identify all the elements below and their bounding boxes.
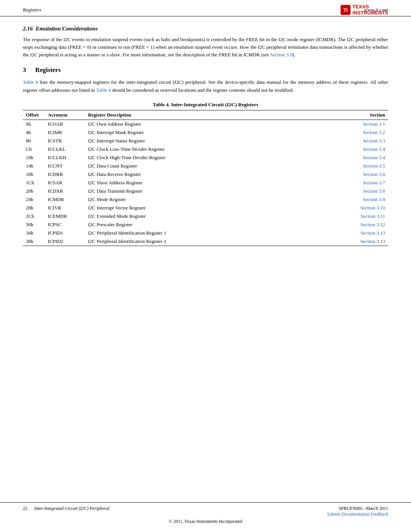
cell-acronym: ICOAR (45, 120, 85, 128)
cell-description: I2C Clock High-Time Divider Register (85, 153, 311, 162)
footer-top: 22 Inter-Integrated Circuit (I2C) Periph… (23, 506, 388, 517)
section-link[interactable]: Section 3.2 (363, 129, 386, 135)
ti-logo-text: Texas Instruments (352, 4, 388, 16)
submit-feedback-link[interactable]: Submit Documentation Feedback (327, 511, 388, 517)
cell-section[interactable]: Section 3.12 (311, 220, 388, 229)
table-row: 2ChICEMDRI2C Extended Mode RegisterSecti… (23, 212, 388, 220)
footer-page-number: 22 (23, 506, 27, 511)
table-row: 18hICDRRI2C Data Receive RegisterSection… (23, 170, 388, 179)
cell-description: I2C Data Transmit Register (85, 187, 311, 195)
cell-section[interactable]: Section 3.5 (311, 162, 388, 170)
cell-section[interactable]: Section 3.13 (311, 229, 388, 237)
registers-table: Offset Acronym Register Description Sect… (23, 110, 388, 246)
table-row: 38hICPID2I2C Peripheral Identification R… (23, 237, 388, 246)
cell-acronym: ICSTR (45, 137, 85, 145)
logo-area: TI Texas Instruments (340, 4, 388, 16)
cell-section[interactable]: Section 3.7 (311, 179, 388, 187)
page-footer: 22 Inter-Integrated Circuit (I2C) Periph… (0, 502, 411, 524)
cell-description: I2C Peripheral Identification Register 1 (85, 229, 311, 237)
section-link[interactable]: Section 3.4 (363, 155, 386, 160)
svg-text:TI: TI (344, 8, 348, 13)
cell-section[interactable]: Section 3.10 (311, 204, 388, 212)
table-row: ChICCLKLI2C Clock Low-Time Divider Regis… (23, 145, 388, 153)
cell-description: I2C Mode Register (85, 195, 311, 204)
cell-offset: 34h (23, 229, 45, 237)
cell-offset: 2Ch (23, 212, 45, 220)
section-link[interactable]: Section 3.13 (360, 238, 385, 244)
section-link[interactable]: Section 3.9 (363, 197, 386, 202)
cell-section[interactable]: Section 3.4 (311, 153, 388, 162)
section3-title: Registers (35, 66, 61, 74)
table-header-row: Offset Acronym Register Description Sect… (23, 110, 388, 120)
cell-offset: 38h (23, 237, 45, 246)
cell-section[interactable]: Section 3.13 (311, 237, 388, 246)
cell-offset: 20h (23, 187, 45, 195)
section-link[interactable]: Section 3.3 (363, 138, 386, 144)
page: TI Texas Instruments Registers www.ti.co… (0, 0, 411, 532)
section-link[interactable]: Section 3.12 (360, 222, 385, 227)
col-header-desc: Register Description (85, 110, 311, 120)
ti-logo: TI Texas Instruments (340, 4, 388, 16)
cell-description: I2C Slave Address Register (85, 179, 311, 187)
cell-description: I2C Extended Mode Register (85, 212, 311, 220)
cell-section[interactable]: Section 3.8 (311, 187, 388, 195)
cell-description: I2C Interrupt Vector Register (85, 204, 311, 212)
cell-offset: 8h (23, 137, 45, 145)
section-link[interactable]: Section 3.7 (363, 180, 386, 185)
header-section-label: Registers (23, 7, 41, 13)
table-row: 1ChICSARI2C Slave Address RegisterSectio… (23, 179, 388, 187)
cell-section[interactable]: Section 3.2 (311, 128, 388, 137)
cell-section[interactable]: Section 3.11 (311, 212, 388, 220)
section-link[interactable]: Section 3.11 (360, 213, 385, 219)
cell-description: I2C Prescaler Register (85, 220, 311, 229)
footer-copyright: © 2011, Texas Instruments Incorporated (169, 519, 242, 524)
table-row: 10hICCLKHI2C Clock High-Time Divider Reg… (23, 153, 388, 162)
section-216-body: The response of the I2C events to emulat… (23, 36, 388, 59)
cell-acronym: ICEMDR (45, 212, 85, 220)
col-header-section: Section (311, 110, 388, 120)
col-header-acronym: Acronym (45, 110, 85, 120)
section-link[interactable]: Section 3.1 (363, 121, 386, 127)
section-link[interactable]: Section 3.13 (360, 230, 385, 236)
cell-section[interactable]: Section 3.3 (311, 137, 388, 145)
cell-section[interactable]: Section 3.1 (311, 120, 388, 128)
footer-right: SPRUEN0D—March 2011 Submit Documentation… (327, 506, 388, 517)
section-39-link[interactable]: Section 3.9 (270, 52, 293, 58)
cell-acronym: ICDXR (45, 187, 85, 195)
cell-description: I2C Data Receive Register (85, 170, 311, 179)
cell-offset: Ch (23, 145, 45, 153)
section3-heading: 3 Registers (23, 66, 388, 74)
cell-description: I2C Interrupt Mask Register (85, 128, 311, 137)
footer-doc-title: Inter-Integrated Circuit (I2C) Periphera… (34, 506, 110, 511)
cell-acronym: ICPID2 (45, 237, 85, 246)
cell-section[interactable]: Section 3.9 (311, 195, 388, 204)
section-link[interactable]: Section 3.5 (363, 163, 386, 169)
table-row: 34hICPID1I2C Peripheral Identification R… (23, 229, 388, 237)
cell-offset: 24h (23, 195, 45, 204)
footer-doc-id: SPRUEN0D—March 2011 (338, 506, 388, 511)
section3-number: 3 (23, 66, 26, 74)
cell-section[interactable]: Section 3.6 (311, 170, 388, 179)
cell-acronym: ICIMR (45, 128, 85, 137)
cell-offset: 10h (23, 153, 45, 162)
table4-link-2[interactable]: Table 4 (96, 87, 110, 93)
section-link[interactable]: Section 3.8 (363, 188, 386, 194)
cell-acronym: ICCLKH (45, 153, 85, 162)
section-link[interactable]: Section 3.6 (363, 171, 386, 177)
table4-link-1[interactable]: Table 4 (23, 79, 38, 85)
table-row: 14hICCNTI2C Data Count RegisterSection 3… (23, 162, 388, 170)
cell-acronym: ICSAR (45, 179, 85, 187)
table-row: 8hICSTRI2C Interrupt Status RegisterSect… (23, 137, 388, 145)
cell-acronym: ICCNT (45, 162, 85, 170)
section-link[interactable]: Section 3.4 (363, 146, 386, 152)
table-row: 28hICIVRI2C Interrupt Vector RegisterSec… (23, 204, 388, 212)
main-content: 2.16 Emulation Considerations The respon… (0, 16, 411, 261)
cell-offset: 4h (23, 128, 45, 137)
cell-description: I2C Clock Low-Time Divider Register (85, 145, 311, 153)
cell-section[interactable]: Section 3.4 (311, 145, 388, 153)
cell-acronym: ICCLKL (45, 145, 85, 153)
cell-offset: 1Ch (23, 179, 45, 187)
table-row: 30hICPSCI2C Prescaler RegisterSection 3.… (23, 220, 388, 229)
section-216-number: 2.16 (23, 26, 33, 32)
section-link[interactable]: Section 3.10 (360, 205, 385, 211)
